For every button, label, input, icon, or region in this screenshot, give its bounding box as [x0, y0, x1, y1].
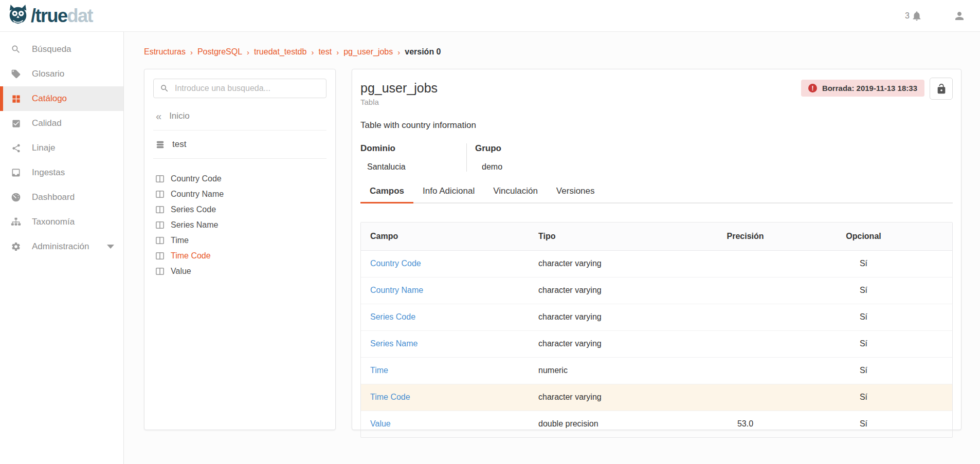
explorer-column-time[interactable]: Time — [156, 233, 324, 248]
table-row: Country Name character varying Sí — [361, 277, 952, 304]
sidebar-item-label: Catálogo — [32, 94, 67, 104]
breadcrumb-separator: › — [336, 48, 339, 57]
page-title: pg_user_jobs — [360, 81, 438, 96]
sidebar-item-busqueda[interactable]: Búsqueda — [0, 37, 123, 62]
column-icon — [156, 206, 164, 213]
sidebar: Búsqueda Glosario Catálogo Calidad Linaj… — [0, 32, 124, 464]
sidebar-item-catalogo[interactable]: Catálogo — [0, 86, 123, 111]
breadcrumb: Estructuras › PostgreSQL › truedat_testd… — [144, 47, 961, 57]
field-type: character varying — [538, 304, 680, 330]
field-type: character varying — [538, 384, 680, 411]
sidebar-item-taxonomia[interactable]: Taxonomía — [0, 210, 123, 234]
sidebar-item-glosario[interactable]: Glosario — [0, 62, 123, 86]
sidebar-item-ingestas[interactable]: Ingestas — [0, 160, 123, 185]
column-icon — [156, 252, 164, 259]
meta-value-grupo: demo — [475, 162, 502, 172]
explorer-search-input[interactable] — [175, 84, 320, 93]
field-link[interactable]: Country Code — [361, 250, 538, 277]
inbox-icon — [0, 168, 32, 178]
structure-type-label: Tabla — [360, 98, 438, 106]
structure-description: Table with country information — [360, 120, 953, 131]
sidebar-item-linaje[interactable]: Linaje — [0, 136, 123, 160]
explorer-column-label: Country Name — [171, 190, 224, 199]
structure-detail-panel: pg_user_jobs Tabla ! Borrada: 2019-11-13… — [352, 69, 961, 430]
table-row: Time numeric Sí — [361, 357, 952, 384]
field-optional: Sí — [810, 384, 917, 411]
field-link[interactable]: Series Code — [361, 304, 538, 330]
database-icon — [156, 140, 165, 149]
table-header-row: Campo Tipo Precisión Opcional — [361, 222, 952, 250]
breadcrumb-separator: › — [397, 48, 400, 57]
column-icon — [156, 175, 164, 182]
breadcrumb-current: versión 0 — [405, 47, 441, 57]
explorer-column-series-code[interactable]: Series Code — [156, 202, 324, 217]
field-precision — [680, 277, 810, 304]
column-header-opcional: Opcional — [810, 222, 917, 250]
tab-campos[interactable]: Campos — [360, 186, 413, 202]
unlock-icon — [936, 83, 947, 95]
tab-versiones[interactable]: Versiones — [547, 186, 604, 202]
breadcrumb-link-estructuras[interactable]: Estructuras — [144, 47, 186, 57]
field-type: character varying — [538, 277, 680, 304]
column-header-precision: Precisión — [680, 222, 810, 250]
notification-count: 3 — [905, 11, 910, 21]
breadcrumb-separator: › — [247, 48, 249, 57]
meta-label-grupo: Grupo — [475, 143, 502, 154]
field-type: numeric — [538, 357, 680, 384]
top-navbar: /truedat 3 — [0, 0, 980, 32]
fields-table: Campo Tipo Precisión Opcional Country Co… — [360, 222, 953, 438]
field-link[interactable]: Time Code — [361, 384, 538, 411]
breadcrumb-separator: › — [311, 48, 314, 57]
field-precision — [680, 357, 810, 384]
search-icon — [160, 84, 169, 93]
sidebar-item-administracion[interactable]: Administración — [0, 234, 123, 259]
table-row: Country Code character varying Sí — [361, 250, 952, 277]
explorer-column-country-name[interactable]: Country Name — [156, 187, 324, 202]
field-link[interactable]: Series Name — [361, 330, 538, 357]
explorer-column-country-code[interactable]: Country Code — [156, 171, 324, 187]
grid-icon — [0, 94, 32, 104]
breadcrumb-link-truedat-testdb[interactable]: truedat_testdb — [254, 47, 306, 57]
field-optional: Sí — [810, 411, 917, 437]
explorer-column-time-code[interactable]: Time Code — [156, 248, 324, 264]
notifications-button[interactable]: 3 — [905, 10, 922, 22]
sidebar-item-label: Administración — [32, 242, 89, 252]
explorer-column-series-name[interactable]: Series Name — [156, 217, 324, 233]
breadcrumb-link-postgresql[interactable]: PostgreSQL — [197, 47, 242, 57]
sidebar-item-label: Glosario — [32, 69, 64, 79]
explorer-column-label: Series Code — [171, 205, 216, 214]
sidebar-item-calidad[interactable]: Calidad — [0, 111, 123, 136]
column-header-tipo: Tipo — [538, 222, 680, 250]
double-chevron-left-icon: « — [156, 111, 161, 121]
breadcrumb-separator: › — [190, 48, 193, 57]
deleted-status-badge: ! Borrada: 2019-11-13 18:33 — [801, 80, 924, 97]
sidebar-item-label: Ingestas — [32, 168, 65, 178]
field-optional: Sí — [810, 250, 917, 277]
breadcrumb-link-test[interactable]: test — [318, 47, 332, 57]
breadcrumb-link-pg-user-jobs[interactable]: pg_user_jobs — [343, 47, 393, 57]
column-icon — [156, 221, 164, 229]
field-link[interactable]: Country Name — [361, 277, 538, 304]
user-menu-button[interactable] — [953, 10, 966, 22]
explorer-schema-item[interactable]: test — [153, 139, 326, 150]
column-icon — [156, 268, 164, 275]
table-row: Series Code character varying Sí — [361, 304, 952, 330]
tab-info-adicional[interactable]: Info Adicional — [413, 186, 484, 202]
main-content: Estructuras › PostgreSQL › truedat_testd… — [124, 32, 980, 464]
sidebar-item-dashboard[interactable]: Dashboard — [0, 185, 123, 210]
explorer-column-label: Country Code — [171, 174, 222, 183]
meta-value-dominio: Santalucia — [360, 162, 466, 172]
sidebar-item-label: Linaje — [32, 143, 55, 153]
explorer-back-button[interactable]: « Inicio — [153, 111, 326, 121]
explorer-column-label: Series Name — [171, 220, 218, 230]
explorer-column-label: Value — [171, 267, 191, 276]
explorer-column-value[interactable]: Value — [156, 264, 324, 279]
field-link[interactable]: Value — [361, 411, 538, 437]
lock-toggle-button[interactable] — [930, 78, 953, 100]
explorer-column-label: Time — [171, 236, 189, 245]
brand-logo[interactable]: /truedat — [7, 4, 93, 28]
field-optional: Sí — [810, 357, 917, 384]
brand-wordmark: /truedat — [31, 7, 93, 25]
field-link[interactable]: Time — [361, 357, 538, 384]
tab-vinculacion[interactable]: Vinculación — [484, 186, 547, 202]
